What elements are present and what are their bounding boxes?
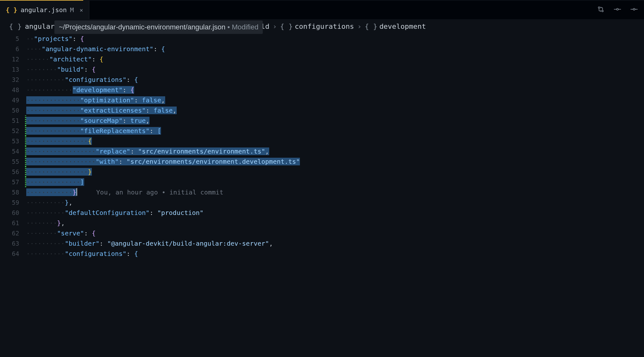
line-number: 57	[0, 178, 25, 186]
line-number: 12	[0, 56, 25, 63]
line-number: 6	[0, 45, 25, 52]
line-number: 53	[0, 138, 25, 145]
line-number: 55	[0, 158, 25, 165]
editor-tab-angular-json[interactable]: { } angular.json M ×	[0, 1, 89, 19]
line-number: 54	[0, 148, 25, 155]
path-tooltip: ~/Projects/angular-dynamic-environment/a…	[54, 20, 263, 34]
tab-filename: angular.json	[20, 6, 67, 14]
line-number: 62	[0, 230, 25, 237]
line-number: 60	[0, 209, 25, 216]
tab-modified-badge: M	[70, 6, 74, 14]
line-number: 63	[0, 240, 25, 247]
svg-point-1	[602, 10, 603, 12]
line-number: 58	[0, 189, 25, 196]
compare-changes-icon[interactable]	[597, 6, 604, 14]
breadcrumb-configurations[interactable]: configurations	[295, 22, 354, 30]
tooltip-status: Modified	[232, 23, 258, 31]
svg-point-2	[616, 8, 618, 10]
line-number: 49	[0, 97, 25, 104]
git-blame-inline: You, an hour ago • initial commit	[96, 188, 223, 196]
line-number: 59	[0, 199, 25, 206]
line-number: 48	[0, 86, 25, 93]
tab-bar: { } angular.json M ×	[0, 1, 644, 19]
breadcrumb[interactable]: { } angular.json ect › { }build › { }con…	[0, 19, 644, 34]
tooltip-path: ~/Projects/angular-dynamic-environment/a…	[59, 23, 225, 31]
close-icon[interactable]: ×	[80, 7, 83, 13]
line-number: 61	[0, 219, 25, 226]
svg-point-0	[598, 7, 600, 8]
code-editor[interactable]: 5··"projects": { 6····"angular-dynamic-e…	[0, 34, 644, 259]
git-commit-icon[interactable]	[614, 6, 621, 14]
line-number: 56	[0, 168, 25, 175]
json-icon: { }	[6, 6, 17, 14]
json-icon: { }	[9, 22, 22, 30]
breadcrumb-development[interactable]: development	[379, 22, 426, 30]
svg-point-5	[633, 8, 635, 10]
line-number: 50	[0, 107, 25, 114]
line-number: 52	[0, 127, 25, 134]
line-number: 32	[0, 76, 25, 83]
line-number: 51	[0, 117, 25, 124]
line-number: 13	[0, 66, 25, 73]
git-commit-alt-icon[interactable]	[631, 6, 638, 14]
line-number: 64	[0, 250, 25, 257]
tab-actions	[597, 1, 638, 19]
line-number: 5	[0, 35, 25, 42]
cursor	[76, 188, 77, 196]
